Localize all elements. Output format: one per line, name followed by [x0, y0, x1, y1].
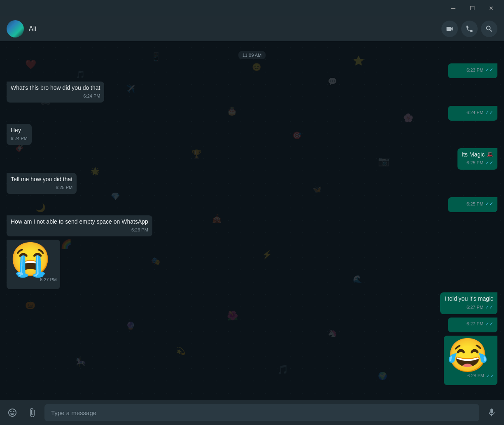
message-ticks: ✓✓ [485, 160, 493, 167]
message-text: Tell me how you did that [11, 176, 72, 182]
message-time: 6:24 PM [84, 93, 100, 99]
message-ticks: ✓✓ [486, 373, 494, 380]
title-bar: ─ ☐ ✕ [0, 0, 504, 16]
message-text: Hey [11, 127, 21, 133]
bubble-meta: 6:28 PM ✓✓ [447, 373, 494, 380]
message-bubble: Tell me how you did that 6:25 PM [7, 173, 77, 194]
bubble-meta: 6:27 PM ✓✓ [452, 321, 493, 328]
message-time: 6:27 PM [467, 321, 483, 327]
message-time: 6:25 PM [467, 201, 483, 207]
emoji-button[interactable] [5, 405, 20, 420]
contact-avatar [7, 20, 24, 37]
bubble-meta: 6:27 PM [10, 277, 57, 283]
message-time: 6:26 PM [131, 227, 148, 233]
message-time: 6:23 PM [467, 67, 483, 73]
bubble-meta: 6:26 PM [11, 227, 148, 233]
message-time: 6:25 PM [467, 160, 483, 166]
message-bubble: Its Magic 🎩 6:25 PM ✓✓ [457, 148, 497, 170]
emoji-display: 😭 [10, 243, 57, 276]
message-ticks: ✓✓ [485, 201, 493, 208]
message-row: 6:23 PM ✓✓ [7, 63, 497, 78]
emoji-display: 😂 [447, 339, 494, 372]
message-row: 6:27 PM ✓✓ [7, 318, 497, 332]
message-time: 6:28 PM [467, 373, 484, 379]
header-actions [441, 21, 497, 37]
bubble-meta: 6:24 PM [11, 93, 100, 99]
message-bubble: 6:25 PM ✓✓ [448, 197, 497, 212]
message-bubble: 6:27 PM ✓✓ [448, 318, 497, 332]
chat-header: Ali [0, 16, 504, 41]
attach-button[interactable] [25, 405, 40, 420]
message-ticks: ✓✓ [485, 304, 493, 311]
chat-footer [0, 400, 504, 425]
message-ticks: ✓✓ [485, 109, 493, 116]
bubble-meta: 6:23 PM ✓✓ [452, 67, 493, 74]
message-row: What's this bro how did you do that 6:24… [7, 82, 497, 103]
message-bubble: I told you it's magic 6:27 PM ✓✓ [440, 292, 497, 314]
message-time: 6:25 PM [56, 184, 72, 191]
message-row: How am I not able to send empty space on… [7, 215, 497, 236]
message-ticks: ✓✓ [485, 67, 493, 74]
message-time: 6:27 PM [467, 304, 483, 311]
mic-button[interactable] [484, 405, 499, 420]
bubble-meta: 6:25 PM ✓✓ [452, 201, 493, 208]
message-bubble: 6:24 PM ✓✓ [448, 106, 497, 121]
search-button[interactable] [481, 21, 497, 37]
message-text: What's this bro how did you do that [11, 84, 100, 91]
message-time: 6:24 PM [11, 135, 28, 142]
message-ticks: ✓✓ [485, 321, 493, 328]
bubble-meta: 6:25 PM ✓✓ [462, 160, 493, 167]
minimize-button[interactable]: ─ [444, 2, 463, 15]
chat-area: ❤️ 🎵 📱 😊 ⭐ 🚲 ✈️ 🎂 💬 🌸 🎸 🌟 🏆 🎯 📷 🌙 💎 🎪 🦋 … [0, 41, 504, 400]
message-time: 6:24 PM [467, 110, 483, 116]
time-divider-text: 11:09 AM [238, 51, 266, 59]
message-bubble: 😭 6:27 PM [7, 240, 60, 289]
bubble-meta: 6:25 PM [11, 184, 72, 191]
message-row: 😭 6:27 PM [7, 240, 497, 289]
message-time: 6:27 PM [40, 277, 57, 283]
message-row: Its Magic 🎩 6:25 PM ✓✓ [7, 148, 497, 170]
message-text: How am I not able to send empty space on… [11, 218, 148, 225]
maximize-button[interactable]: ☐ [463, 2, 482, 15]
message-text: I told you it's magic [444, 295, 493, 302]
message-bubble: Hey 6:24 PM [7, 124, 32, 145]
message-row: 6:24 PM ✓✓ [7, 106, 497, 121]
message-text: Its Magic 🎩 [462, 151, 493, 158]
time-divider: 11:09 AM [7, 51, 497, 58]
video-call-button[interactable] [441, 21, 458, 37]
bubble-meta: 6:24 PM [11, 135, 28, 142]
avatar-image [7, 20, 24, 37]
message-row: Hey 6:24 PM [7, 124, 497, 145]
message-bubble: How am I not able to send empty space on… [7, 215, 152, 236]
message-row: 😂 6:28 PM ✓✓ [7, 336, 497, 385]
message-bubble: What's this bro how did you do that 6:24… [7, 82, 104, 103]
close-button[interactable]: ✕ [482, 2, 501, 15]
message-row: Tell me how you did that 6:25 PM [7, 173, 497, 194]
message-row: 6:25 PM ✓✓ [7, 197, 497, 212]
voice-call-button[interactable] [461, 21, 478, 37]
messages-container: 11:09 AM 6:23 PM ✓✓ What's this bro how … [7, 48, 497, 387]
bubble-meta: 6:27 PM ✓✓ [444, 304, 493, 311]
message-bubble: 😂 6:28 PM ✓✓ [444, 336, 497, 385]
bubble-meta: 6:24 PM ✓✓ [452, 109, 493, 116]
contact-name: Ali [29, 25, 441, 33]
message-bubble: 6:23 PM ✓✓ [448, 63, 497, 78]
message-row: I told you it's magic 6:27 PM ✓✓ [7, 292, 497, 314]
message-input[interactable] [44, 404, 479, 421]
